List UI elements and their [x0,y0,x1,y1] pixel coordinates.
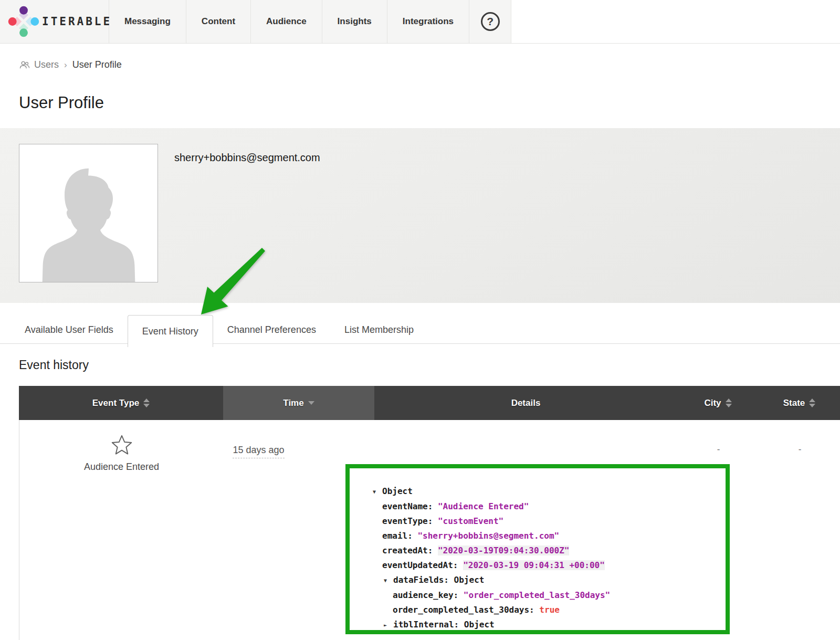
avatar-silhouette-icon [28,161,149,282]
json-line: createdAt: "2020-03-19T09:04:30.000Z" [373,543,716,558]
breadcrumb-separator-icon: › [64,60,67,70]
json-line: eventName: "Audience Entered" [373,499,716,514]
column-header-city[interactable]: City [677,386,759,420]
json-line: eventUpdatedAt: "2020-03-19 09:04:31 +00… [373,558,716,573]
tab-channel-preferences[interactable]: Channel Preferences [213,316,330,343]
nav-item-audience[interactable]: Audience [251,0,322,43]
column-header-state[interactable]: State [759,386,840,420]
column-label: City [704,398,721,408]
annotation-highlight-box: ▼ObjecteventName: "Audience Entered"even… [345,464,730,634]
relative-time[interactable]: 15 days ago [233,445,284,458]
json-key: itblInternal: [393,620,464,629]
sort-both-icon [809,398,815,407]
table-header: Event TypeTimeDetailsCityState [19,386,840,420]
nav-item-content[interactable]: Content [186,0,251,43]
expand-arrow-down-icon[interactable]: ▼ [384,573,393,588]
sort-both-icon [726,398,732,407]
json-line: eventType: "customEvent" [373,514,716,529]
event-type-label: Audience Entered [84,461,159,473]
column-header-time[interactable]: Time [223,386,374,420]
json-line: ►itblInternal: Object [373,617,716,633]
sort-desc-icon [308,401,314,405]
json-value: Object [382,486,413,496]
nav-item-integrations[interactable]: Integrations [387,0,469,43]
json-value: "customEvent" [438,516,503,526]
profile-tabs: Available User FieldsEvent HistoryChanne… [0,303,840,344]
column-header-details: Details [374,386,677,420]
json-line: order_completed_last_30days: true [373,603,716,617]
json-key: createdAt: [382,545,438,555]
json-value: "order_completed_last_30days" [464,590,610,600]
json-key: audience_key: [393,590,464,600]
column-label: State [783,398,805,408]
json-key: eventType: [382,516,438,526]
users-icon [19,60,30,70]
breadcrumb-root-label: Users [34,59,59,70]
json-value: true [539,605,560,615]
nav-item-messaging[interactable]: Messaging [109,0,186,43]
json-value: "Audience Entered" [438,501,529,511]
page-title: User Profile [0,70,840,112]
expand-arrow-right-icon[interactable]: ► [384,618,393,633]
top-nav: ITERABLE MessagingContentAudienceInsight… [0,0,840,44]
column-header-event-type[interactable]: Event Type [19,386,223,420]
state-cell: - [759,420,840,640]
sort-both-icon [143,398,150,407]
json-value: "sherry+bobbins@segment.com" [417,531,559,541]
tab-available-user-fields[interactable]: Available User Fields [10,316,128,343]
table-row: Audience Entered 15 days ago - - ▼Object… [19,420,840,640]
json-key: dataFields: [393,575,454,585]
details-json-tree: ▼ObjecteventName: "Audience Entered"even… [373,484,716,633]
nav-item-insights[interactable]: Insights [322,0,387,43]
breadcrumb-current: User Profile [72,59,122,70]
json-value: Object [454,575,485,585]
breadcrumb-users-link[interactable]: Users [19,59,59,70]
json-line: ▼Object [373,484,716,499]
json-key: eventUpdatedAt: [382,560,463,570]
column-label: Details [511,398,541,408]
nav-spacer [511,0,840,43]
help-button[interactable]: ? [469,0,511,43]
help-icon: ? [481,12,500,31]
avatar [19,144,158,282]
json-key: order_completed_last_30days: [393,605,539,615]
star-icon [111,434,133,455]
json-line: ▼dataFields: Object [373,573,716,588]
expand-arrow-down-icon[interactable]: ▼ [373,485,382,499]
column-label: Time [283,398,303,408]
breadcrumb: Users › User Profile [0,44,840,70]
profile-email: sherry+bobbins@segment.com [174,152,320,164]
profile-hero: sherry+bobbins@segment.com [0,128,840,303]
json-line: audience_key: "order_completed_last_30da… [373,588,716,603]
event-type-cell: Audience Entered [19,420,224,640]
section-heading: Event history [0,344,840,372]
iterable-logo[interactable]: ITERABLE [0,0,109,43]
json-value: "2020-03-19T09:04:30.000Z" [438,545,569,555]
main-nav: MessagingContentAudienceInsightsIntegrat… [109,0,469,43]
json-key: email: [382,531,417,541]
brand-name: ITERABLE [42,15,112,28]
event-history-table: Event TypeTimeDetailsCityState Audience … [19,386,840,640]
json-value: "2020-03-19 09:04:31 +00:00" [463,560,605,570]
json-value: Object [464,620,495,629]
tab-event-history[interactable]: Event History [128,315,213,347]
column-label: Event Type [92,398,139,408]
json-line: email: "sherry+bobbins@segment.com" [373,529,716,543]
tab-list-membership[interactable]: List Membership [330,316,428,343]
json-key: eventName: [382,501,438,511]
iterable-diamond-icon [7,5,40,38]
